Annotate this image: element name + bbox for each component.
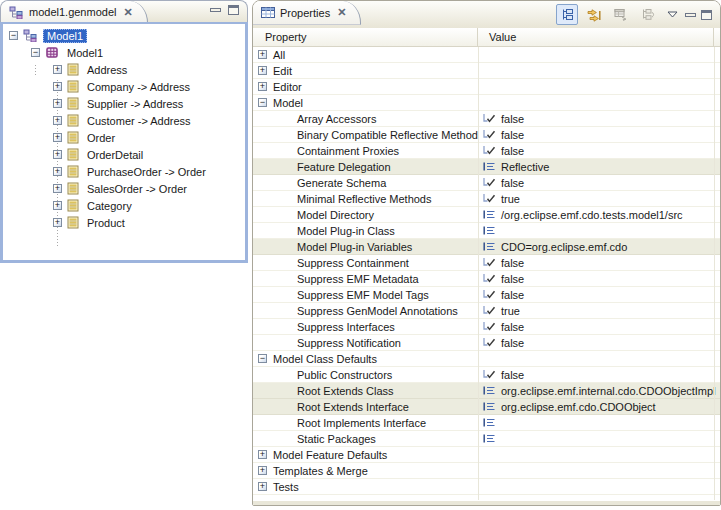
- tree-item-class[interactable]: + Supplier -> Address: [3, 95, 245, 112]
- tab-properties[interactable]: Properties ✕: [253, 1, 361, 25]
- value-cell[interactable]: [478, 431, 720, 446]
- expand-toggle[interactable]: −: [9, 31, 18, 40]
- tree-item-root[interactable]: − Model1: [3, 27, 245, 44]
- property-row[interactable]: Root Extends Class org.eclipse.emf.inter…: [253, 383, 720, 399]
- value-cell[interactable]: CDO=org.eclipse.emf.cdo: [478, 239, 720, 254]
- tree-item-class[interactable]: + Order: [3, 129, 245, 146]
- tab-model1-genmodel[interactable]: model1.genmodel ✕: [1, 1, 148, 23]
- category-expand-toggle[interactable]: +: [258, 466, 267, 475]
- value-cell[interactable]: false: [478, 143, 720, 158]
- property-row[interactable]: Feature Delegation Reflective: [253, 159, 720, 175]
- tree-item-class[interactable]: + Company -> Address: [3, 78, 245, 95]
- value-cell[interactable]: [478, 79, 720, 94]
- minimize-button[interactable]: [210, 8, 221, 12]
- tree-item-class[interactable]: + Address: [3, 61, 245, 78]
- tree-item-class[interactable]: + Customer -> Address: [3, 112, 245, 129]
- tree-item-class[interactable]: + SalesOrder -> Order: [3, 180, 245, 197]
- category-expand-toggle[interactable]: +: [258, 482, 267, 491]
- expand-toggle[interactable]: +: [53, 133, 62, 142]
- expand-toggle[interactable]: +: [53, 99, 62, 108]
- column-header-property[interactable]: Property: [253, 28, 478, 46]
- property-row[interactable]: Root Implements Interface: [253, 415, 720, 431]
- tree-item-class[interactable]: + Category: [3, 197, 245, 214]
- property-row[interactable]: + Templates & Merge: [253, 463, 720, 479]
- value-cell[interactable]: [478, 351, 720, 366]
- tree-item-package[interactable]: − Model1: [3, 44, 245, 61]
- property-row[interactable]: + All: [253, 47, 720, 63]
- pin-property-view-button[interactable]: [637, 4, 659, 25]
- category-expand-toggle[interactable]: +: [258, 450, 267, 459]
- category-expand-toggle[interactable]: −: [258, 354, 267, 363]
- maximize-button[interactable]: [701, 10, 712, 20]
- expand-toggle[interactable]: +: [53, 167, 62, 176]
- expand-toggle[interactable]: +: [53, 150, 62, 159]
- restore-default-value-button[interactable]: [610, 4, 632, 25]
- show-categories-button[interactable]: [556, 4, 578, 25]
- maximize-button[interactable]: [228, 5, 239, 15]
- value-cell[interactable]: false: [478, 287, 720, 302]
- show-advanced-properties-button[interactable]: [583, 4, 605, 25]
- expand-toggle[interactable]: +: [53, 116, 62, 125]
- property-row[interactable]: Suppress Containment false: [253, 255, 720, 271]
- property-row[interactable]: Suppress Interfaces false: [253, 319, 720, 335]
- value-cell[interactable]: org.eclipse.emf.cdo.CDOObject: [478, 399, 720, 414]
- tree-item-class[interactable]: + Product: [3, 214, 245, 231]
- property-row[interactable]: Generate Schema false: [253, 175, 720, 191]
- value-cell[interactable]: [478, 223, 720, 238]
- tree-item-class[interactable]: + OrderDetail: [3, 146, 245, 163]
- expand-toggle[interactable]: −: [31, 48, 40, 57]
- column-header-value[interactable]: Value: [478, 28, 714, 46]
- value-cell[interactable]: [478, 47, 720, 62]
- expand-toggle[interactable]: +: [53, 65, 62, 74]
- value-cell[interactable]: false: [478, 175, 720, 190]
- value-cell[interactable]: true: [478, 191, 720, 206]
- value-cell[interactable]: [478, 463, 720, 478]
- property-row[interactable]: Suppress EMF Model Tags false: [253, 287, 720, 303]
- value-cell[interactable]: Reflective: [478, 159, 720, 174]
- value-cell[interactable]: [478, 95, 720, 110]
- value-cell[interactable]: false: [478, 111, 720, 126]
- property-row[interactable]: Public Constructors false: [253, 367, 720, 383]
- category-expand-toggle[interactable]: +: [258, 66, 267, 75]
- value-cell[interactable]: true: [478, 303, 720, 318]
- expand-toggle[interactable]: +: [53, 82, 62, 91]
- property-row[interactable]: Binary Compatible Reflective Methods fal…: [253, 127, 720, 143]
- close-icon[interactable]: ✕: [123, 6, 132, 19]
- value-cell[interactable]: false: [478, 255, 720, 270]
- expand-toggle[interactable]: +: [53, 184, 62, 193]
- value-cell[interactable]: [478, 447, 720, 462]
- close-icon[interactable]: ✕: [337, 6, 346, 19]
- property-row[interactable]: + Tests: [253, 479, 720, 495]
- category-expand-toggle[interactable]: −: [258, 98, 267, 107]
- property-row[interactable]: Minimal Reflective Methods true: [253, 191, 720, 207]
- property-row[interactable]: Array Accessors false: [253, 111, 720, 127]
- value-cell[interactable]: [478, 479, 720, 494]
- property-row[interactable]: Suppress Notification false: [253, 335, 720, 351]
- property-row[interactable]: Model Plug-in Variables CDO=org.eclipse.…: [253, 239, 720, 255]
- property-row[interactable]: + Model Feature Defaults: [253, 447, 720, 463]
- value-cell[interactable]: false: [478, 271, 720, 286]
- property-row[interactable]: Suppress EMF Metadata false: [253, 271, 720, 287]
- category-expand-toggle[interactable]: +: [258, 82, 267, 91]
- expand-toggle[interactable]: +: [53, 218, 62, 227]
- property-row[interactable]: Containment Proxies false: [253, 143, 720, 159]
- property-row[interactable]: + Edit: [253, 63, 720, 79]
- property-row[interactable]: Static Packages: [253, 431, 720, 447]
- value-cell[interactable]: [478, 63, 720, 78]
- value-cell[interactable]: false: [478, 319, 720, 334]
- value-cell[interactable]: [478, 415, 720, 430]
- category-expand-toggle[interactable]: +: [258, 50, 267, 59]
- value-cell[interactable]: false: [478, 127, 720, 142]
- property-row[interactable]: Model Plug-in Class: [253, 223, 720, 239]
- value-cell[interactable]: false: [478, 335, 720, 350]
- column-divider-line[interactable]: [478, 47, 479, 500]
- value-cell[interactable]: /org.eclipse.emf.cdo.tests.model1/src: [478, 207, 720, 222]
- property-row[interactable]: Suppress GenModel Annotations true: [253, 303, 720, 319]
- value-cell[interactable]: false: [478, 367, 720, 382]
- tree-item-class[interactable]: + PurchaseOrder -> Order: [3, 163, 245, 180]
- property-row[interactable]: + Editor: [253, 79, 720, 95]
- property-row[interactable]: − Model: [253, 95, 720, 111]
- property-row[interactable]: − Model Class Defaults: [253, 351, 720, 367]
- property-row[interactable]: Root Extends Interface org.eclipse.emf.c…: [253, 399, 720, 415]
- view-menu-button[interactable]: [664, 4, 680, 25]
